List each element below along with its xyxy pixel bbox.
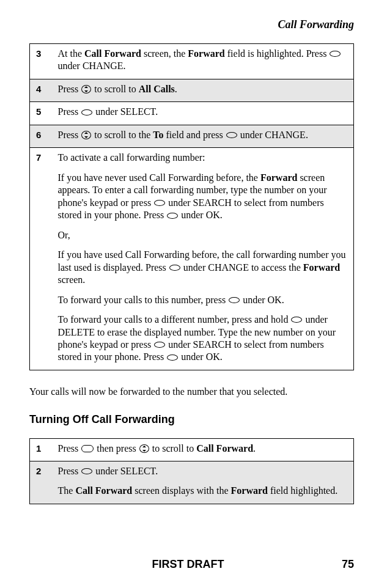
step-row: 7To activate a call forwarding number:If… [30,148,354,370]
footer-draft-label: FIRST DRAFT [152,558,224,571]
step-number: 2 [30,461,52,504]
step-body: Press to scroll to All Calls. [52,79,354,101]
step-number: 4 [30,79,52,101]
step-row: 1Press then press to scroll to Call Forw… [30,438,354,461]
step-body: To activate a call forwarding number:If … [52,148,354,370]
step-number: 6 [30,125,52,147]
steps-table-2: 1Press then press to scroll to Call Forw… [29,438,354,504]
footer-page-number: 75 [342,558,354,571]
step-row: 2Press under SELECT.The Call Forward scr… [30,461,354,504]
softkey-icon [169,265,180,271]
scroll-icon [81,131,91,139]
scroll-icon [81,85,91,94]
step-number: 3 [30,44,52,79]
page-header-title: Call Forwarding [29,18,354,31]
page-footer: FIRST DRAFT 75 [0,558,376,571]
softkey-icon [226,132,237,138]
softkey-icon [154,342,165,348]
softkey-icon [229,297,240,303]
step-number: 7 [30,148,52,370]
step-row: 5Press under SELECT. [30,102,354,125]
menu-key-icon [81,445,94,452]
conclusion-text: Your calls will now be forwarded to the … [29,385,354,399]
softkey-icon [81,109,92,116]
step-body: Press to scroll to the To field and pres… [52,125,354,147]
softkey-icon [154,200,165,206]
softkey-icon [330,51,341,57]
step-number: 1 [30,438,52,461]
step-row: 3At the Call Forward screen, the Forward… [30,44,354,79]
step-row: 6Press to scroll to the To field and pre… [30,125,354,147]
softkey-icon [81,468,92,474]
steps-table-1: 3At the Call Forward screen, the Forward… [29,43,354,370]
subheading-turning-off: Turning Off Call Forwarding [29,413,354,426]
softkey-icon [167,213,178,219]
step-row: 4Press to scroll to All Calls. [30,79,354,101]
step-body: Press under SELECT.The Call Forward scre… [52,461,354,504]
step-body: At the Call Forward screen, the Forward … [52,44,354,79]
scroll-icon [139,444,149,453]
step-body: Press then press to scroll to Call Forwa… [52,438,354,461]
softkey-icon [291,317,302,323]
softkey-icon [167,355,178,361]
step-number: 5 [30,102,52,125]
step-body: Press under SELECT. [52,102,354,125]
